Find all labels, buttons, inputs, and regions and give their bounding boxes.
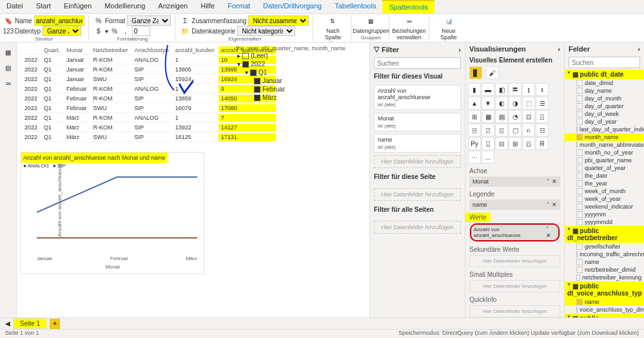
newcol-button[interactable]: 📊Neue Spalte bbox=[434, 15, 463, 41]
well-qi[interactable]: Hier Datenfelder hinzufügen bbox=[469, 305, 560, 317]
field-yyyymm[interactable]: yyyymm bbox=[565, 211, 644, 218]
page-tab-1[interactable]: Seite 1 bbox=[13, 318, 47, 329]
viz-type-28[interactable]: ⌼ bbox=[522, 137, 535, 150]
viz-type-1[interactable]: ▬ bbox=[482, 83, 494, 96]
viz-type-6[interactable]: ▲ bbox=[468, 97, 481, 109]
field-quarter_of_year[interactable]: quarter_of_year bbox=[565, 164, 644, 172]
tab-tabletools[interactable]: Tabellentools bbox=[328, 0, 382, 14]
filter-card-1[interactable]: Anzahl von anzahl_anschluesseist (alle) bbox=[374, 85, 461, 110]
collapse-icon[interactable]: › bbox=[558, 45, 560, 53]
viz-type-20[interactable]: ⍃ bbox=[495, 124, 508, 136]
decimals-input[interactable] bbox=[132, 26, 150, 36]
report-view-button[interactable]: ▦ bbox=[3, 46, 14, 58]
viz-type-8[interactable]: ◐ bbox=[495, 97, 508, 109]
tab-file[interactable]: Datei bbox=[0, 0, 30, 14]
tab-model[interactable]: Modellierung bbox=[98, 0, 151, 14]
tab-view[interactable]: Anzeigen bbox=[151, 0, 194, 14]
col-Netzbetreiber[interactable]: Netzbetreiber bbox=[91, 46, 131, 55]
viz-type-26[interactable]: ⊟ bbox=[495, 137, 508, 150]
well-sec[interactable]: Hier Datenfelder hinzufügen bbox=[469, 255, 560, 267]
format-select[interactable]: Ganze Zahl bbox=[127, 15, 171, 26]
well-legend[interactable]: name˅ ✕ bbox=[469, 200, 560, 210]
viz-type-4[interactable]: ⫿ bbox=[522, 83, 535, 96]
viz-type-23[interactable]: ☷ bbox=[536, 124, 549, 136]
table-row[interactable]: 2022Q1MärzR-KOMSIP1392214127 bbox=[22, 124, 276, 132]
viz-type-25[interactable]: ⌺ bbox=[482, 137, 494, 150]
tab-format[interactable]: Format bbox=[221, 0, 257, 14]
field-weekend_indicator[interactable]: weekend_indicator bbox=[565, 203, 644, 211]
viz-type-17[interactable]: ⌻ bbox=[536, 110, 549, 123]
report-canvas[interactable]: Quart.MonatNetzbetreiberAnschlusstypanza… bbox=[17, 42, 369, 318]
tab-coltools[interactable]: Spaltentools bbox=[382, 0, 434, 14]
field-month_no_of_year[interactable]: month_no_of_year bbox=[565, 149, 644, 156]
filter-drop-all[interactable]: Hier Datenfelder hinzufügen bbox=[374, 221, 461, 234]
viz-type-9[interactable]: ◑ bbox=[509, 97, 522, 109]
fields-search[interactable] bbox=[569, 57, 640, 68]
field-the_year[interactable]: the_year bbox=[565, 180, 644, 187]
field-day_of_month[interactable]: day_of_month bbox=[565, 95, 644, 102]
field-date_dimid[interactable]: date_dimid bbox=[565, 79, 644, 87]
field-gesellschafter[interactable]: gesellschafter bbox=[565, 243, 644, 250]
well-sm[interactable]: Hier Datenfelder hinzufügen bbox=[469, 280, 560, 292]
field-day_of_year[interactable]: day_of_year bbox=[565, 118, 644, 126]
field-table[interactable]: ˅ ▦ public dt_netzbetreiber bbox=[565, 226, 644, 243]
field-week_of_month[interactable]: week_of_month bbox=[565, 187, 644, 195]
table-row[interactable]: 2022Q1MärzR-KOMANALOG17 bbox=[22, 114, 276, 122]
viz-type-24[interactable]: Py bbox=[468, 137, 481, 150]
field-netzbetreiber_kennung[interactable]: netzbetreiber_kennung bbox=[565, 274, 644, 281]
cat-select[interactable]: Nicht kategorisiert bbox=[237, 26, 295, 36]
slicer-m3[interactable]: März bbox=[236, 93, 346, 102]
viz-type-19[interactable]: ⍁ bbox=[482, 124, 494, 136]
col-anzahl_kunden[interactable]: anzahl_kunden bbox=[173, 46, 217, 55]
viz-type-15[interactable]: ◔ bbox=[509, 110, 522, 123]
well-values[interactable]: Anzahl von anzahl_anschluesse˅ ✕ bbox=[469, 223, 560, 242]
viz-type-7[interactable]: ▼ bbox=[482, 97, 494, 109]
collapse-icon[interactable]: › bbox=[638, 45, 640, 53]
tab-help[interactable]: Hilfe bbox=[194, 0, 221, 14]
tab-insert[interactable]: Einfügen bbox=[57, 0, 98, 14]
data-view-button[interactable]: ▤ bbox=[3, 62, 14, 73]
field-pbi_quarter_name[interactable]: pbi_quarter_name bbox=[565, 156, 644, 164]
field-week_of_year[interactable]: week_of_year bbox=[565, 195, 644, 203]
slicer-m2[interactable]: Februar bbox=[236, 85, 346, 93]
build-tab-icon[interactable]: ▊ bbox=[469, 66, 482, 79]
field-day_name[interactable]: day_name bbox=[565, 87, 644, 95]
comma-icon[interactable]: , bbox=[121, 26, 130, 35]
filter-card-3[interactable]: nameist (alle) bbox=[374, 134, 461, 153]
slicer-visual[interactable]: the_year, pbi_quarter_name, month_name ▸… bbox=[236, 45, 346, 102]
col-Monat[interactable]: Monat bbox=[64, 46, 90, 55]
field-voice_anschluss_typ_dimid[interactable]: voice_anschluss_typ_dimid bbox=[565, 306, 644, 314]
viz-type-13[interactable]: ▦ bbox=[482, 110, 494, 123]
datagroups-button[interactable]: ▦Datengruppen bbox=[356, 15, 385, 35]
datatype-select[interactable]: Ganze Zahl bbox=[43, 26, 81, 36]
viz-type-18[interactable]: ⌸ bbox=[468, 124, 481, 136]
currency-icon[interactable]: $ bbox=[94, 26, 103, 35]
model-view-button[interactable]: ⫘ bbox=[3, 77, 14, 89]
field-last_day_of_quarter_indicator[interactable]: last_day_of_quarter_indicator bbox=[565, 126, 644, 133]
viz-type-29[interactable]: R bbox=[536, 137, 549, 150]
field-name[interactable]: name bbox=[565, 298, 644, 306]
name-input[interactable] bbox=[34, 15, 84, 26]
relations-button[interactable]: ⫘Beziehungen verwalten bbox=[395, 15, 423, 41]
line-chart-visual[interactable]: Anzahl von anzahl_anschluesse nach Monat… bbox=[21, 152, 204, 274]
viz-type-31[interactable]: … bbox=[482, 151, 494, 164]
viz-type-12[interactable]: ⊞ bbox=[468, 110, 481, 123]
viz-type-30[interactable]: ⋯ bbox=[468, 151, 481, 164]
filter-drop-page[interactable]: Hier Datenfelder hinzufügen bbox=[374, 188, 461, 201]
field-incoming_traffic_abrechnen[interactable]: incoming_traffic_abrechnen bbox=[565, 250, 644, 258]
field-day_of_quarter[interactable]: day_of_quarter bbox=[565, 102, 644, 110]
viz-type-0[interactable]: ▮ bbox=[468, 83, 481, 96]
collapse-icon[interactable]: › bbox=[458, 46, 461, 53]
slicer-blank[interactable]: ▸ (Leer) bbox=[236, 52, 346, 60]
well-axis[interactable]: Monat˅ ✕ bbox=[469, 176, 560, 187]
filter-drop-visual[interactable]: Hier Datenfelder hinzufügen bbox=[374, 155, 461, 168]
format-tab-icon[interactable]: 🖌 bbox=[486, 66, 499, 79]
viz-type-27[interactable]: ⊞ bbox=[509, 137, 522, 150]
slicer-year[interactable]: ▾ 2022 bbox=[236, 60, 346, 68]
viz-type-16[interactable]: ⊡ bbox=[522, 110, 535, 123]
pct-icon[interactable]: % bbox=[110, 26, 119, 35]
slicer-quarter[interactable]: ▾ Q1 bbox=[236, 68, 346, 77]
viz-type-2[interactable]: ◧ bbox=[495, 83, 508, 96]
viz-type-10[interactable]: ⬚ bbox=[522, 97, 535, 109]
col-Quart.[interactable]: Quart. bbox=[41, 46, 63, 55]
